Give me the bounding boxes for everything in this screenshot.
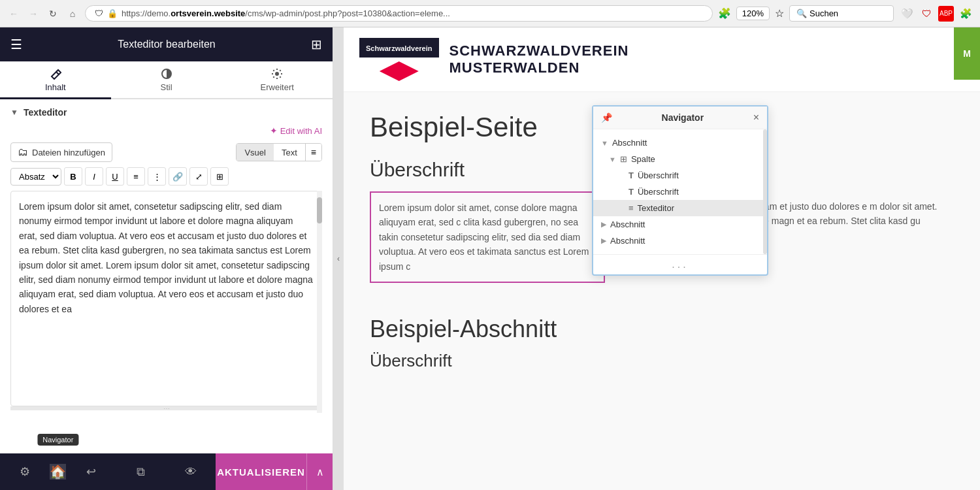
view-toggle: Vsuel Text ≡ bbox=[236, 143, 322, 161]
navigator-title: Navigator bbox=[662, 112, 704, 123]
panel-body: ▼ Texteditor ✦ Edit with AI 🗂 Dateien hi… bbox=[0, 99, 333, 453]
sparkle-icon: ✦ bbox=[270, 125, 278, 136]
site-bottom-section: Beispiel-Abschnitt Überschrift bbox=[370, 316, 954, 371]
history-footer-button[interactable]: ↩ bbox=[66, 453, 116, 490]
text-editor-area[interactable]: Lorem ipsum dolor sit amet, consetetur s… bbox=[10, 191, 322, 406]
format-select[interactable]: Absatz bbox=[10, 168, 61, 186]
heart-icon[interactable]: 🤍 bbox=[899, 6, 915, 22]
nav-item-label: Überschrift bbox=[638, 171, 679, 180]
edit-with-ai-btn[interactable]: ✦ Edit with AI bbox=[10, 125, 322, 136]
lock-icon: 🔒 bbox=[107, 8, 118, 18]
visual-view-btn[interactable]: Vsuel bbox=[237, 144, 274, 161]
navigator-scrollbar[interactable] bbox=[763, 129, 767, 254]
italic-button[interactable]: I bbox=[85, 167, 103, 186]
section-label: Texteditor bbox=[24, 107, 67, 118]
zoom-level: 120% bbox=[736, 7, 770, 20]
settings-icon: ⚙ bbox=[20, 465, 30, 479]
format-toolbar: Absatz B I U ≡ ⋮ 🔗 ⤢ ⊞ bbox=[10, 167, 322, 186]
navigator-tooltip-label: Navigator bbox=[37, 434, 78, 446]
site-logo-box: Schwarzwaldverein bbox=[359, 38, 439, 57]
navigator-tooltip-wrapper: Navigator 🏠 bbox=[50, 464, 66, 480]
resize-handle[interactable]: ⋯ bbox=[10, 406, 322, 410]
list-view-btn[interactable]: ≡ bbox=[305, 144, 321, 161]
back-button[interactable]: ← bbox=[7, 7, 21, 21]
add-files-button[interactable]: 🗂 Dateien hinzufügen bbox=[10, 142, 112, 162]
navigator-footer-button[interactable]: 🏠 bbox=[50, 464, 66, 480]
site-logo-text: Schwarzwaldverein bbox=[366, 44, 433, 52]
text-editor-icon: ≡ bbox=[629, 203, 634, 213]
section-arrow-icon: ▼ bbox=[10, 108, 18, 117]
scroll-bar[interactable] bbox=[317, 191, 322, 413]
puzzle-icon[interactable]: 🧩 bbox=[958, 6, 973, 22]
ordered-list-button[interactable]: ⋮ bbox=[148, 167, 166, 186]
nav-item-spalte[interactable]: ▼ ⊞ Spalte bbox=[593, 151, 767, 167]
tab-inhalt[interactable]: Inhalt bbox=[0, 61, 111, 99]
nav-item-abschnitt-1[interactable]: ▼ Abschnitt bbox=[593, 135, 767, 151]
nav-arrow-icon: ▼ bbox=[609, 155, 616, 163]
expand-button[interactable]: ∧ bbox=[306, 453, 333, 490]
text-view-btn[interactable]: Text bbox=[274, 144, 305, 161]
nav-item-abschnitt-3[interactable]: ▶ Abschnitt bbox=[593, 233, 767, 249]
nav-item-label: Überschrift bbox=[638, 187, 679, 197]
duplicate-footer-button[interactable]: ⧉ bbox=[116, 453, 166, 490]
svg-point-1 bbox=[275, 72, 279, 76]
settings-footer-button[interactable]: ⚙ bbox=[0, 453, 50, 490]
preview-footer-button[interactable]: 👁 bbox=[166, 453, 216, 490]
navigator-footer: ... bbox=[593, 254, 767, 274]
site-bottom-subtitle: Überschrift bbox=[370, 351, 954, 371]
nav-item-label: Abschnitt bbox=[612, 138, 647, 148]
nav-item-uberschrift-1[interactable]: ▶ T Überschrift bbox=[593, 167, 767, 184]
site-bottom-title: Beispiel-Abschnitt bbox=[370, 316, 954, 343]
home-button[interactable]: ⌂ bbox=[65, 7, 80, 21]
left-panel: ☰ Texteditor bearbeiten ⊞ Inhalt Stil bbox=[0, 27, 333, 490]
site-logo-area: Schwarzwaldverein bbox=[359, 38, 439, 81]
browser-chrome: ← → ↻ ⌂ 🛡 🔒 https://demo.ortsverein.webs… bbox=[0, 0, 980, 27]
update-button[interactable]: AKTUALISIEREN bbox=[216, 453, 306, 490]
bold-button[interactable]: B bbox=[64, 167, 82, 186]
panel-tabs: Inhalt Stil Erweitert bbox=[0, 61, 333, 99]
nav-arrow-icon: ▼ bbox=[601, 139, 608, 147]
hamburger-icon[interactable]: ☰ bbox=[10, 37, 22, 52]
refresh-button[interactable]: ↻ bbox=[46, 7, 60, 21]
table-button[interactable]: ⊞ bbox=[210, 167, 229, 186]
tab-stil[interactable]: Stil bbox=[111, 61, 222, 99]
nav-arrow-icon: ▶ bbox=[601, 237, 606, 245]
site-content: Beispiel-Seite Überschrift Lorem ipsum d… bbox=[344, 92, 980, 391]
underline-button[interactable]: U bbox=[106, 167, 124, 186]
link-button[interactable]: 🔗 bbox=[169, 167, 187, 186]
nav-arrow-icon: ▶ bbox=[601, 220, 606, 229]
site-logo-diamond bbox=[380, 61, 419, 81]
selected-text-block: Lorem ipsum dolor sit amet, conse dolore… bbox=[370, 191, 605, 283]
extensions-btn[interactable]: 🧩 bbox=[718, 7, 731, 20]
text-editor-wrapper: Lorem ipsum dolor sit amet, consetetur s… bbox=[10, 191, 322, 410]
nav-item-abschnitt-2[interactable]: ▶ Abschnitt bbox=[593, 216, 767, 233]
fullscreen-button[interactable]: ⤢ bbox=[189, 167, 208, 186]
forward-button[interactable]: → bbox=[26, 7, 41, 21]
section-header: ▼ Texteditor bbox=[10, 107, 322, 118]
nav-item-texteditor[interactable]: ▶ ≡ Texteditor bbox=[593, 200, 767, 216]
shield-user-icon[interactable]: 🛡 bbox=[919, 6, 934, 22]
green-side-button[interactable]: M bbox=[954, 27, 980, 80]
right-panel: Schwarzwaldverein SCHWARZWALDVEREIN MUST… bbox=[344, 27, 980, 490]
navigator-close-button[interactable]: × bbox=[753, 112, 759, 123]
chevron-left-icon: ‹ bbox=[337, 254, 340, 263]
unordered-list-button[interactable]: ≡ bbox=[127, 167, 145, 186]
panel-toggle[interactable]: ‹ bbox=[333, 27, 344, 490]
nav-item-uberschrift-2[interactable]: ▶ T Überschrift bbox=[593, 184, 767, 200]
nav-item-label: Texteditor bbox=[638, 203, 674, 213]
adblock-icon[interactable]: ABP bbox=[938, 6, 954, 22]
grid-icon[interactable]: ⊞ bbox=[311, 37, 322, 52]
navigator-header: 📌 Navigator × bbox=[593, 106, 767, 129]
navigator-pin-icon[interactable]: 📌 bbox=[601, 112, 612, 123]
bookmark-icon[interactable]: ☆ bbox=[775, 7, 784, 20]
security-icon: 🛡 bbox=[95, 8, 103, 18]
add-files-icon: 🗂 bbox=[18, 146, 28, 158]
footer-left: ⚙ Navigator 🏠 ↩ ⧉ 👁 bbox=[0, 453, 216, 490]
text-icon: T bbox=[629, 171, 634, 180]
tab-erweitert[interactable]: Erweitert bbox=[221, 61, 333, 99]
eye-icon: 👁 bbox=[185, 465, 197, 479]
panel-title: Texteditor bearbeiten bbox=[118, 39, 215, 50]
search-bar[interactable]: 🔍 Suchen bbox=[789, 5, 894, 22]
panel-header: ☰ Texteditor bearbeiten ⊞ bbox=[0, 27, 333, 61]
address-bar[interactable]: 🛡 🔒 https://demo.ortsverein.website/cms/… bbox=[85, 5, 713, 22]
